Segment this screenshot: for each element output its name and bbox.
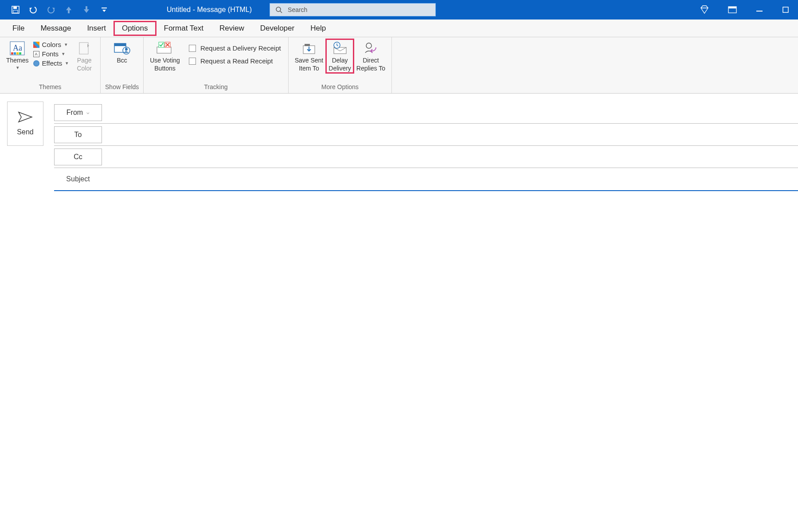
chevron-down-icon: ▾ [66, 60, 68, 66]
ribbon-display-icon[interactable] [728, 6, 737, 13]
up-arrow-icon[interactable] [64, 5, 74, 15]
search-placeholder: Search [288, 6, 307, 13]
svg-rect-9 [783, 7, 788, 12]
minimize-icon[interactable] [755, 6, 763, 14]
svg-rect-26 [305, 44, 310, 46]
voting-label: Use Voting Buttons [150, 57, 180, 72]
svg-point-21 [125, 48, 128, 51]
delay-delivery-label: Delay Delivery [329, 57, 351, 72]
svg-point-4 [276, 7, 281, 12]
tab-options[interactable]: Options [114, 21, 156, 35]
to-row: To [54, 124, 798, 146]
svg-rect-19 [114, 43, 126, 46]
ribbon-tabs: File Message Insert Options Format Text … [0, 20, 798, 37]
svg-rect-13 [11, 52, 13, 55]
qat-customize-icon[interactable] [99, 5, 109, 15]
title-bar: Untitled - Message (HTML) Search [0, 0, 798, 20]
fonts-button[interactable]: A Fonts ▾ [31, 49, 70, 59]
effects-icon [33, 60, 39, 66]
page-color-icon [78, 40, 91, 57]
tab-file[interactable]: File [4, 21, 32, 35]
send-label: Send [17, 128, 33, 136]
redo-icon[interactable] [46, 5, 56, 15]
cc-row: Cc [54, 146, 798, 168]
direct-replies-icon [363, 40, 379, 57]
subject-label: Subject [54, 175, 102, 183]
save-sent-item-to-button[interactable]: Save Sent Item To [292, 39, 326, 73]
effects-label: Effects [42, 59, 63, 67]
maximize-icon[interactable] [782, 6, 789, 13]
group-label-tracking: Tracking [144, 83, 288, 93]
window-title: Untitled - Message (HTML) [167, 6, 252, 14]
delay-delivery-icon [332, 40, 348, 57]
subject-row: Subject [54, 168, 798, 190]
voting-icon [155, 40, 175, 57]
page-color-button[interactable]: Page Color [72, 39, 97, 73]
svg-rect-14 [14, 52, 16, 55]
group-label-themes: Themes [0, 83, 100, 93]
group-more-options: Save Sent Item To Delay Delivery Direct … [289, 37, 392, 93]
ribbon: Aa Themes ▾ Colors ▾ A Fonts ▾ Eff [0, 37, 798, 94]
effects-button[interactable]: Effects ▾ [31, 59, 70, 68]
svg-rect-1 [13, 7, 17, 9]
send-icon [18, 111, 33, 125]
bcc-button[interactable]: Bcc [104, 39, 140, 66]
svg-rect-22 [157, 47, 171, 53]
chevron-down-icon: ⌵ [86, 110, 90, 115]
chevron-down-icon: ▾ [65, 42, 67, 47]
svg-rect-2 [13, 10, 18, 13]
search-icon [275, 6, 282, 13]
group-show-fields: Bcc Show Fields [101, 37, 144, 93]
read-receipt-label: Request a Read Receipt [200, 57, 273, 65]
subject-divider [54, 190, 798, 191]
use-voting-buttons[interactable]: Use Voting Buttons [147, 39, 183, 73]
checkbox-icon [189, 58, 196, 65]
page-color-label: Page Color [77, 57, 91, 72]
svg-rect-7 [728, 7, 736, 8]
fonts-icon: A [33, 51, 39, 57]
direct-replies-label: Direct Replies To [356, 57, 385, 72]
svg-text:Aa: Aa [13, 43, 22, 52]
fonts-label: Fonts [42, 50, 59, 58]
group-label-more-options: More Options [289, 83, 391, 93]
bcc-label: Bcc [117, 57, 127, 65]
request-delivery-receipt[interactable]: Request a Delivery Receipt [185, 42, 285, 55]
themes-label: Themes [6, 57, 29, 65]
svg-point-29 [366, 43, 372, 48]
delay-delivery-button[interactable]: Delay Delivery [326, 39, 354, 73]
group-themes: Aa Themes ▾ Colors ▾ A Fonts ▾ Eff [0, 37, 101, 93]
svg-rect-3 [102, 8, 107, 8]
save-sent-icon [301, 40, 317, 57]
tab-insert[interactable]: Insert [79, 21, 114, 35]
direct-replies-to-button[interactable]: Direct Replies To [354, 39, 388, 73]
group-label-show-fields: Show Fields [101, 83, 143, 93]
chevron-down-icon: ▾ [62, 51, 65, 57]
to-label: To [74, 131, 82, 139]
from-button[interactable]: From ⌵ [54, 104, 102, 121]
to-button[interactable]: To [54, 126, 102, 143]
checkbox-icon [189, 45, 196, 52]
quick-access-toolbar [11, 5, 109, 15]
cc-button[interactable]: Cc [54, 149, 102, 165]
search-box[interactable]: Search [270, 3, 436, 16]
undo-icon[interactable] [28, 5, 38, 15]
tab-developer[interactable]: Developer [252, 21, 303, 35]
themes-button[interactable]: Aa Themes ▾ [4, 39, 31, 71]
tab-review[interactable]: Review [211, 21, 252, 35]
tab-message[interactable]: Message [32, 21, 79, 35]
colors-button[interactable]: Colors ▾ [31, 40, 70, 49]
tab-format-text[interactable]: Format Text [156, 21, 211, 35]
save-icon[interactable] [11, 5, 20, 15]
themes-icon: Aa [9, 40, 25, 57]
titlebar-right [700, 5, 789, 14]
down-arrow-icon[interactable] [82, 5, 91, 15]
tab-help[interactable]: Help [302, 21, 334, 35]
svg-line-5 [280, 11, 282, 13]
svg-rect-17 [79, 43, 88, 54]
send-button[interactable]: Send [7, 102, 43, 146]
save-sent-label: Save Sent Item To [295, 57, 324, 72]
diamond-icon[interactable] [700, 5, 709, 14]
request-read-receipt[interactable]: Request a Read Receipt [185, 55, 285, 67]
svg-rect-15 [16, 52, 19, 55]
colors-icon [33, 42, 39, 48]
